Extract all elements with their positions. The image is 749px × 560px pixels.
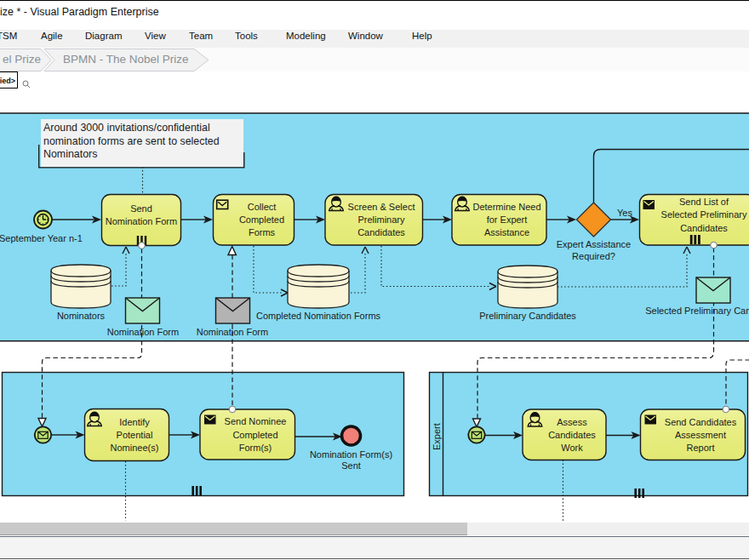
svg-text:Send: Send [130,203,152,214]
svg-text:Sent: Sent [341,460,361,471]
svg-text:Potential: Potential [117,430,153,440]
svg-text:Completed: Completed [239,214,284,225]
svg-text:Assessment: Assessment [675,430,726,440]
svg-text:Nomination Form: Nomination Form [107,327,179,337]
svg-text:Candidates: Candidates [680,223,728,233]
svg-text:BPMN - The Nobel Prize: BPMN - The Nobel Prize [63,53,189,66]
svg-text:Nomination Form(s): Nomination Form(s) [310,449,392,460]
svg-text:Determine Need: Determine Need [472,202,540,212]
svg-text:Completed: Completed [232,430,277,440]
svg-text:Collect: Collect [248,202,277,212]
svg-text:for Expert: for Expert [487,214,528,225]
svg-text:Nomination Form: Nomination Form [106,216,177,226]
svg-text:Assess: Assess [557,417,587,427]
svg-text:Selected Preliminary: Selected Preliminary [661,209,747,220]
svg-text:Nominators: Nominators [43,148,97,160]
svg-text:Yes: Yes [617,208,632,218]
svg-text:Work: Work [561,443,583,453]
svg-text:Send List of: Send List of [679,197,729,207]
svg-text:Assistance: Assistance [484,227,529,237]
svg-text:el Prize: el Prize [3,53,41,66]
svg-text:Send Candidates: Send Candidates [665,417,737,427]
svg-text:Preliminary: Preliminary [357,214,405,225]
svg-text:Around 3000 invitations/confid: Around 3000 invitations/confidential [43,122,210,134]
svg-text:Identify: Identify [119,417,150,427]
svg-text:Expert: Expert [432,423,442,450]
svg-text:Forms: Forms [249,227,276,237]
svg-text:Completed Nomination Forms: Completed Nomination Forms [256,311,381,321]
svg-text:Candidates: Candidates [357,227,405,237]
svg-text:Screen & Select: Screen & Select [348,202,415,212]
svg-text:Report: Report [686,443,714,453]
svg-text:Nominee(s): Nominee(s) [111,443,159,453]
svg-text:Preliminary Candidates: Preliminary Candidates [479,311,576,321]
svg-text:Required?: Required? [572,251,615,261]
svg-text:September Year n-1: September Year n-1 [0,233,83,243]
svg-text:Candidates: Candidates [548,430,596,440]
svg-text:Nominators: Nominators [57,311,106,321]
svg-text:nomination forms are sent to s: nomination forms are sent to selected [43,135,220,147]
svg-text:Send Nominee: Send Nominee [225,416,287,426]
svg-text:Form(s): Form(s) [239,443,272,453]
svg-text:Expert Assistance: Expert Assistance [557,239,631,249]
svg-text:Selected Preliminary Candidate: Selected Preliminary Candidates [645,306,749,316]
svg-text:Nomination Form: Nomination Form [197,327,268,337]
